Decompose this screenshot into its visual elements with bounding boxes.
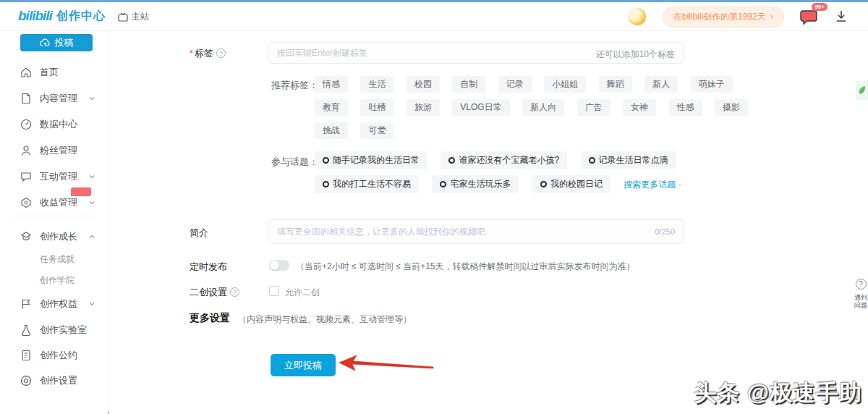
recommend-tag[interactable]: 性感 (669, 99, 702, 116)
page-title: 创作中心 (56, 9, 106, 24)
scroll-icon (20, 350, 32, 361)
main-site-label: 主站 (132, 11, 149, 23)
bilibili-logo: bilibili (18, 8, 52, 24)
sidebar-item-home[interactable]: 首页 (0, 64, 109, 81)
sidebar-item-creation-convention[interactable]: 创作公约 (0, 347, 109, 364)
sidebar-item-interaction-management[interactable]: 互动管理 (0, 168, 109, 185)
annotation-arrow-icon (326, 350, 435, 375)
upload-button-label: 投稿 (55, 36, 74, 49)
char-counter: 0/250 (655, 227, 675, 236)
description-input-box: 0/250 (268, 219, 684, 244)
messages-button[interactable]: 99+ (800, 8, 819, 25)
sidebar-item-data-center[interactable]: 数据中心 (0, 116, 109, 133)
schedule-label: 定时发布 (190, 261, 227, 274)
info-icon[interactable]: ? (230, 287, 239, 297)
recommend-tag[interactable]: 生活 (360, 76, 393, 93)
sidebar-item-label: 创作权益 (40, 297, 77, 310)
sidebar-item-label: 互动管理 (40, 170, 77, 183)
second-creation-label: 二创设置? (190, 286, 239, 299)
recommend-tags-label: 推荐标签： (271, 79, 318, 92)
description-input[interactable] (277, 220, 588, 243)
main-site-link[interactable]: 主站 (118, 11, 149, 23)
topic-chip[interactable]: 我的打工生活不容易 (315, 175, 419, 193)
download-icon[interactable] (835, 9, 848, 24)
chevron-down-icon (88, 199, 95, 206)
logo[interactable]: bilibili 创作中心 (18, 8, 106, 24)
document-icon (20, 93, 32, 104)
activity-float-widget[interactable] (856, 81, 868, 100)
chat-icon (20, 171, 32, 182)
info-icon[interactable]: ? (216, 48, 226, 58)
topic-chip[interactable]: 谁家还没有个宝藏老小孩? (441, 151, 567, 169)
upload-button[interactable]: 投稿 (20, 34, 93, 51)
more-settings-toggle[interactable]: 更多设置 (190, 312, 230, 325)
sidebar-divider (13, 216, 95, 216)
home-icon (20, 67, 32, 78)
top-bar: bilibili 创作中心 主站 在bilibili创作的第1982天 › 99… (0, 2, 868, 31)
flag-icon (20, 298, 32, 310)
sidebar-item-label: 创作公约 (40, 349, 77, 362)
topic-icon (323, 181, 329, 187)
chevron-down-icon (88, 95, 95, 102)
help-text-line2: 问题 (854, 302, 868, 310)
recommend-tag[interactable]: 摄影 (715, 99, 748, 116)
search-more-topics-link[interactable]: 搜索更多话题 · (624, 179, 681, 190)
tag-input-box: 还可以添加10个标签 (268, 42, 684, 64)
recommend-tag[interactable]: 教育 (315, 99, 348, 116)
schedule-hint: （当前+2小时 ≤ 可选时间 ≤ 当前+15天，转载稿件解禁时间以过审后实际发布… (296, 261, 635, 273)
graduation-icon (20, 231, 32, 242)
tag-limit-hint: 还可以添加10个标签 (596, 48, 675, 61)
chevron-down-icon (397, 316, 404, 323)
sidebar-item-creation-growth[interactable]: 创作成长 (0, 228, 109, 245)
topic-chip[interactable]: 随手记录我的生活日常 (315, 151, 427, 169)
sidebar-item-creation-rights[interactable]: 创作权益 (0, 295, 109, 313)
topic-icon (540, 181, 547, 187)
topic-chip[interactable]: 我的校园日记 (532, 175, 610, 193)
sidebar-item-revenue-management[interactable]: 收益管理 (0, 194, 109, 211)
revenue-new-badge (71, 187, 91, 196)
sidebar-item-label: 收益管理 (40, 196, 77, 209)
recommend-tag[interactable]: 吐槽 (360, 99, 393, 116)
sidebar-item-fans-management[interactable]: 粉丝管理 (0, 142, 109, 159)
recommend-tag[interactable]: 挑战 (315, 122, 348, 139)
sidebar-subitem-creation-academy[interactable]: 创作学院 (40, 274, 75, 287)
recommend-tag[interactable]: 校园 (407, 76, 440, 93)
help-float-widget[interactable]: ? 遇到 问题 (854, 279, 868, 310)
recommend-tag[interactable]: 舞蹈 (599, 76, 632, 93)
recommend-tag[interactable]: 情感 (315, 76, 348, 93)
recommend-tag[interactable]: 女神 (623, 99, 656, 116)
recommend-tag[interactable]: 可爱 (360, 122, 393, 139)
video-watermark: 头条 @极速手助 (694, 378, 862, 408)
recommend-tag[interactable]: 萌妹子 (691, 76, 733, 93)
sidebar-item-content-management[interactable]: 内容管理 (0, 90, 109, 107)
question-mark-icon[interactable]: ? (856, 279, 867, 290)
sidebar-item-creation-settings[interactable]: 创作设置 (0, 372, 109, 389)
gear-icon (20, 375, 32, 386)
sidebar-subitem-task-achievements[interactable]: 任务成就 (40, 253, 75, 266)
recommend-tag[interactable]: 小姐姐 (544, 76, 586, 93)
creation-streak-badge[interactable]: 在bilibili创作的第1982天 › (663, 7, 784, 28)
recommend-tag[interactable]: 记录 (498, 76, 532, 93)
recommend-tag[interactable]: 旅游 (407, 99, 440, 116)
recommend-tag[interactable]: 广告 (577, 99, 610, 116)
description-label: 简介 (190, 227, 208, 240)
topic-chip[interactable]: 记录生活日常点滴 (581, 151, 676, 169)
recommend-tag[interactable]: 新人向 (522, 99, 564, 116)
topic-icon (440, 181, 446, 187)
topic-chip[interactable]: 宅家生活玩乐多 (432, 175, 519, 193)
user-avatar[interactable] (628, 7, 647, 26)
schedule-toggle[interactable] (269, 260, 289, 271)
tag-input[interactable] (277, 43, 552, 63)
sidebar-item-creation-lab[interactable]: 创作实验室 (0, 321, 109, 339)
recommend-tag[interactable]: 新人 (644, 76, 678, 93)
chevron-down-icon (88, 173, 95, 180)
tag-label: *标签? (190, 47, 226, 60)
allow-second-creation-checkbox[interactable] (269, 286, 279, 296)
gauge-icon (20, 119, 32, 130)
recommend-tag[interactable]: 自制 (452, 76, 485, 93)
more-settings-hint: （内容声明与权益、视频元素、互动管理等） (238, 313, 412, 326)
sidebar: 投稿 首页 内容管理 数据中心 粉丝管理 互动管理 收益管理 (0, 31, 109, 414)
topic-icon (589, 157, 595, 164)
recommend-tag[interactable]: VLOG日常 (452, 99, 509, 116)
person-icon (20, 145, 32, 156)
